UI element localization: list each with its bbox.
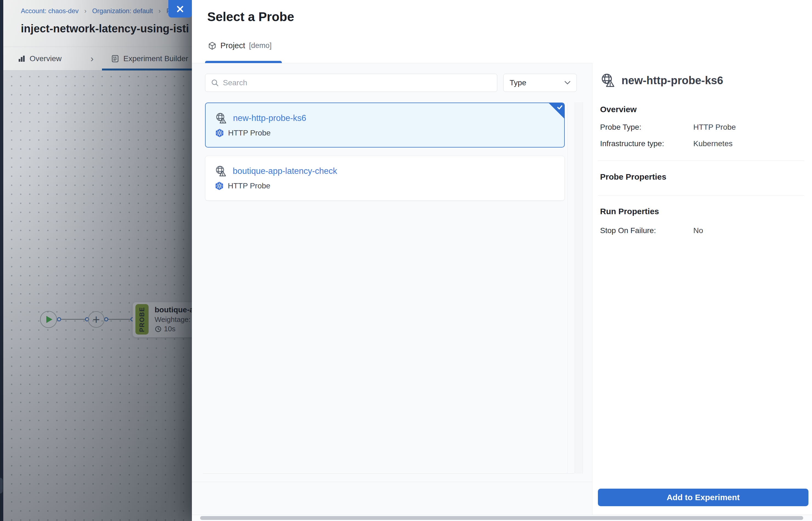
cube-icon [208, 41, 216, 50]
kubernetes-icon [215, 128, 224, 138]
overview-heading: Overview [600, 105, 636, 114]
modal-title: Select a Probe [207, 9, 294, 24]
http-probe-icon [215, 112, 228, 124]
horizontal-scrollbar-thumb[interactable] [200, 516, 803, 520]
add-to-experiment-button[interactable]: Add to Experiment [598, 489, 808, 506]
horizontal-scrollbar[interactable] [192, 515, 812, 521]
stop-on-failure-label: Stop On Failure: [600, 226, 656, 235]
probe-list-panel: Type new-http-probe-ks6 [192, 63, 592, 515]
section-divider [598, 160, 804, 161]
close-icon [176, 5, 184, 13]
probe-name-link[interactable]: new-http-probe-ks6 [233, 113, 306, 123]
probe-type-label: Probe Type: [600, 123, 641, 132]
stop-on-failure-value: No [693, 226, 703, 235]
modal-backdrop[interactable] [0, 0, 192, 521]
list-scrollbar-track[interactable] [575, 102, 583, 474]
list-footer [192, 474, 592, 482]
screen: Account: chaos-dev › Organization: defau… [0, 0, 812, 521]
type-filter-dropdown[interactable]: Type [503, 74, 577, 92]
tab-project-scope: [demo] [249, 41, 272, 50]
probe-name-link[interactable]: boutique-app-latency-check [233, 166, 337, 176]
search-box [205, 74, 497, 92]
infrastructure-type-value: Kubernetes [693, 139, 733, 148]
search-icon [211, 79, 219, 87]
kubernetes-icon [215, 181, 224, 190]
close-button[interactable] [168, 0, 192, 18]
probe-details-title: new-http-probe-ks6 [622, 74, 723, 87]
probe-card-boutique-app-latency-check[interactable]: boutique-app-latency-check HTTP Probe [205, 156, 565, 201]
tab-project-label: Project [221, 41, 245, 50]
probe-properties-heading: Probe Properties [600, 172, 667, 182]
probe-type-label: HTTP Probe [228, 129, 271, 137]
chevron-down-icon [564, 81, 571, 85]
probe-type-label: HTTP Probe [228, 182, 270, 190]
search-input[interactable] [223, 78, 491, 87]
http-probe-icon [215, 165, 227, 177]
probe-details-panel: new-http-probe-ks6 Overview Probe Type: … [592, 63, 812, 515]
tab-project[interactable]: Project [demo] [208, 41, 272, 50]
list-divider [567, 102, 568, 474]
probe-type-value: HTTP Probe [693, 123, 736, 132]
section-divider [598, 195, 804, 196]
probe-card-new-http-probe-ks6[interactable]: new-http-probe-ks6 HTTP Probe [205, 103, 565, 148]
run-properties-heading: Run Properties [600, 207, 659, 216]
active-tab-underline [205, 61, 282, 63]
http-probe-icon [600, 72, 616, 88]
type-filter-label: Type [510, 78, 526, 87]
select-probe-modal: Select a Probe Project [demo] Type [192, 0, 812, 521]
check-icon [557, 105, 563, 110]
infrastructure-type-label: Infrastructure type: [600, 139, 664, 148]
